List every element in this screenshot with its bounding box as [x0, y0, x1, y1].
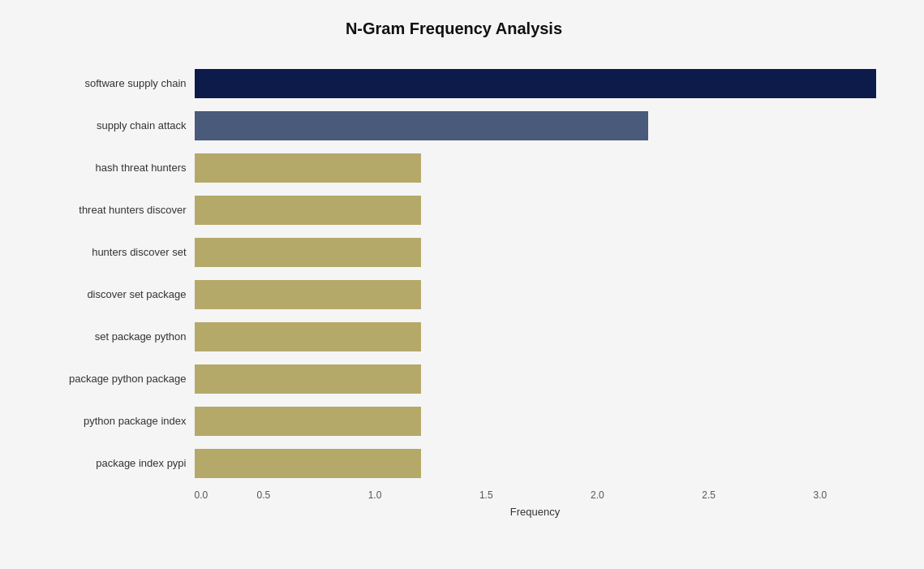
- bar-label: package python package: [32, 373, 195, 385]
- bar-label: python package index: [32, 415, 195, 427]
- bar-fill: [195, 449, 422, 478]
- x-axis: 0.00.51.01.52.02.53.0: [32, 489, 876, 501]
- bar-track: [195, 196, 876, 225]
- bar-row: python package index: [32, 400, 876, 442]
- bar-track: [195, 69, 876, 98]
- bar-label: hunters discover set: [32, 246, 195, 258]
- bar-track: [195, 322, 876, 351]
- bar-row: package index pypi: [32, 442, 876, 485]
- bar-row: hunters discover set: [32, 231, 876, 274]
- bar-track: [195, 280, 876, 309]
- x-axis-label: Frequency: [32, 506, 876, 518]
- bar-row: threat hunters discover: [32, 189, 876, 231]
- bar-label: supply chain attack: [32, 119, 195, 131]
- bar-fill: [195, 280, 422, 309]
- bar-track: [195, 407, 876, 436]
- chart-title: N-Gram Frequency Analysis: [32, 19, 876, 38]
- x-tick: 0.5: [208, 489, 319, 501]
- bar-row: set package python: [32, 316, 876, 358]
- bar-label: package index pypi: [32, 457, 195, 469]
- bar-track: [195, 153, 876, 183]
- bar-label: hash threat hunters: [32, 162, 195, 174]
- bar-track: [195, 111, 876, 140]
- bar-track: [195, 364, 876, 394]
- x-tick: 3.0: [764, 489, 875, 501]
- x-tick: 1.5: [431, 489, 542, 501]
- bar-fill: [195, 69, 876, 98]
- bar-track: [195, 238, 876, 267]
- bar-label: discover set package: [32, 288, 195, 300]
- bar-row: package python package: [32, 358, 876, 400]
- x-tick: 1.0: [319, 489, 430, 501]
- bar-label: software supply chain: [32, 77, 195, 89]
- bar-label: set package python: [32, 330, 195, 343]
- bar-track: [195, 449, 876, 478]
- bar-fill: [195, 153, 422, 183]
- chart-area: software supply chainsupply chain attack…: [32, 63, 876, 485]
- bar-row: hash threat hunters: [32, 147, 876, 189]
- x-tick: 0.0: [195, 489, 208, 501]
- bar-row: discover set package: [32, 274, 876, 316]
- bar-fill: [195, 322, 422, 351]
- x-tick: 2.5: [653, 489, 764, 501]
- bar-row: supply chain attack: [32, 105, 876, 147]
- bar-row: software supply chain: [32, 63, 876, 105]
- x-tick: 2.0: [542, 489, 653, 501]
- bar-fill: [195, 196, 422, 225]
- bar-fill: [195, 111, 649, 140]
- chart-container: N-Gram Frequency Analysis software suppl…: [16, 3, 909, 567]
- bar-fill: [195, 364, 422, 394]
- bar-fill: [195, 238, 422, 267]
- bar-label: threat hunters discover: [32, 204, 195, 216]
- bar-fill: [195, 407, 422, 436]
